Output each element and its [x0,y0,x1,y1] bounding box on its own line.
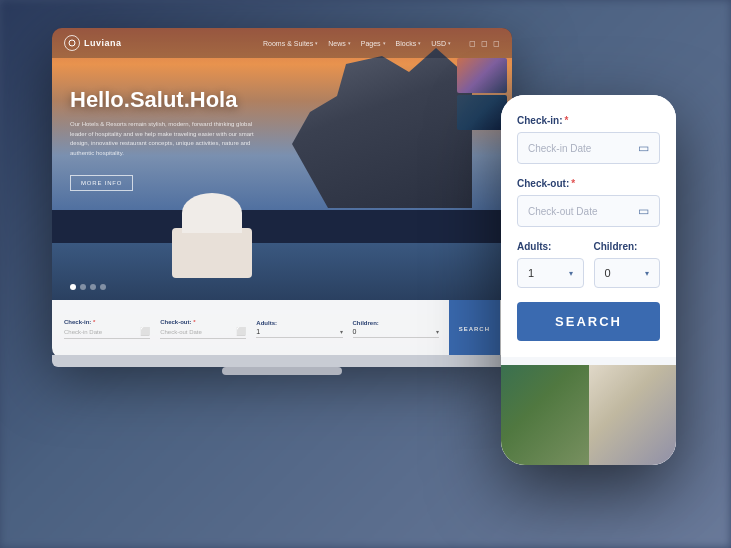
mobile-checkin-group: Check-in: * Check-in Date ▭ [517,115,660,164]
chevron-down-icon: ▾ [340,328,343,335]
nav-rooms[interactable]: Rooms & Suites ▾ [263,40,318,47]
dome-structure [162,198,262,278]
calendar-icon: ⬜ [236,327,246,336]
search-button-bar[interactable]: SEARCH [449,300,500,358]
mobile-checkin-input[interactable]: Check-in Date ▭ [517,132,660,164]
children-select[interactable]: 0 ▾ [353,328,439,338]
adults-value: 1 [256,328,339,335]
hero-subtitle: Our Hotels & Resorts remain stylish, mod… [70,120,270,158]
mobile-checkout-required: * [571,178,575,189]
dot-3[interactable] [90,284,96,290]
children-value: 0 [353,328,436,335]
pinterest-icon[interactable]: ◻ [493,39,500,48]
dome-base [172,228,252,278]
adults-field: Adults: 1 ▾ [256,320,342,338]
checkin-required: * [93,319,95,325]
navbar: Luviana Rooms & Suites ▾ News ▾ Pages ▾ … [52,28,512,58]
brand-name: Luviana [84,38,122,48]
dot-4[interactable] [100,284,106,290]
mobile-photos [501,365,676,465]
mobile-checkout-group: Check-out: * Check-out Date ▭ [517,178,660,227]
booking-bar: Check-in: * Check-in Date ⬜ Check-out: *… [52,300,512,358]
nav-logo: Luviana [64,35,122,51]
mobile-search-button[interactable]: SEARCH [517,302,660,341]
facebook-icon[interactable]: ◻ [481,39,488,48]
dot-2[interactable] [80,284,86,290]
mobile-children-label: Children: [594,241,661,252]
mobile-children-value: 0 [605,267,646,279]
adults-label: Adults: [256,320,342,326]
checkout-label: Check-out: * [160,319,246,325]
thumbnail-2 [457,95,507,130]
desktop-base [222,367,342,375]
checkout-input: Check-out Date [160,329,236,335]
mobile-checkout-label: Check-out: * [517,178,660,189]
mobile-children-field: Children: 0 ▾ [594,241,661,288]
nav-currency[interactable]: USD ▾ [431,40,451,47]
chevron-down-icon: ▾ [436,328,439,335]
calendar-icon: ▭ [638,204,649,218]
calendar-icon: ▭ [638,141,649,155]
mobile-checkout-input[interactable]: Check-out Date ▭ [517,195,660,227]
chevron-down-icon: ▾ [418,40,421,46]
mobile-adults-label: Adults: [517,241,584,252]
desktop-stand [52,355,512,367]
nav-social: ◻ ◻ ◻ [469,39,500,48]
mobile-screen: Check-in: * Check-in Date ▭ Check-out: *… [501,95,676,465]
mobile-adults-select[interactable]: 1 ▾ [517,258,584,288]
mobile-checkin-label: Check-in: * [517,115,660,126]
carousel-dots [70,284,106,290]
checkout-input-row[interactable]: Check-out Date ⬜ [160,327,246,339]
chevron-down-icon: ▾ [645,269,649,278]
instagram-icon[interactable]: ◻ [469,39,476,48]
chevron-down-icon: ▾ [383,40,386,46]
checkin-input-row[interactable]: Check-in Date ⬜ [64,327,150,339]
desktop-mockup: Luviana Rooms & Suites ▾ News ▾ Pages ▾ … [52,28,512,358]
nav-news[interactable]: News ▾ [328,40,351,47]
mobile-checkout-placeholder: Check-out Date [528,206,638,217]
svg-point-0 [69,40,75,46]
desktop-screen: Luviana Rooms & Suites ▾ News ▾ Pages ▾ … [52,28,512,358]
nav-blocks[interactable]: Blocks ▾ [396,40,422,47]
dot-1[interactable] [70,284,76,290]
children-label: Children: [353,320,439,326]
checkout-required: * [193,319,195,325]
checkout-field: Check-out: * Check-out Date ⬜ [160,319,246,339]
checkin-label: Check-in: * [64,319,150,325]
chevron-down-icon: ▾ [569,269,573,278]
mobile-booking-form: Check-in: * Check-in Date ▭ Check-out: *… [501,95,676,357]
hero-title: Hello.Salut.Hola [70,88,270,112]
mobile-adults-field: Adults: 1 ▾ [517,241,584,288]
hero-content: Hello.Salut.Hola Our Hotels & Resorts re… [70,88,270,191]
checkin-field: Check-in: * Check-in Date ⬜ [64,319,150,339]
mobile-checkin-placeholder: Check-in Date [528,143,638,154]
dome-top [182,193,242,233]
thumbnail-1 [457,58,507,93]
chevron-down-icon: ▾ [348,40,351,46]
children-field: Children: 0 ▾ [353,320,439,338]
mobile-photo-2 [589,365,677,465]
nav-pages[interactable]: Pages ▾ [361,40,386,47]
mobile-guests-row: Adults: 1 ▾ Children: 0 ▾ [517,241,660,288]
chevron-down-icon: ▾ [448,40,451,46]
calendar-icon: ⬜ [140,327,150,336]
more-info-button[interactable]: MORE INFO [70,175,133,191]
mobile-mockup: Check-in: * Check-in Date ▭ Check-out: *… [501,95,676,465]
mobile-photo-1 [501,365,589,465]
mobile-checkin-required: * [565,115,569,126]
adults-select[interactable]: 1 ▾ [256,328,342,338]
mobile-children-select[interactable]: 0 ▾ [594,258,661,288]
chevron-down-icon: ▾ [315,40,318,46]
logo-icon [64,35,80,51]
checkin-input: Check-in Date [64,329,140,335]
mobile-adults-value: 1 [528,267,569,279]
nav-menu: Rooms & Suites ▾ News ▾ Pages ▾ Blocks ▾… [263,39,500,48]
